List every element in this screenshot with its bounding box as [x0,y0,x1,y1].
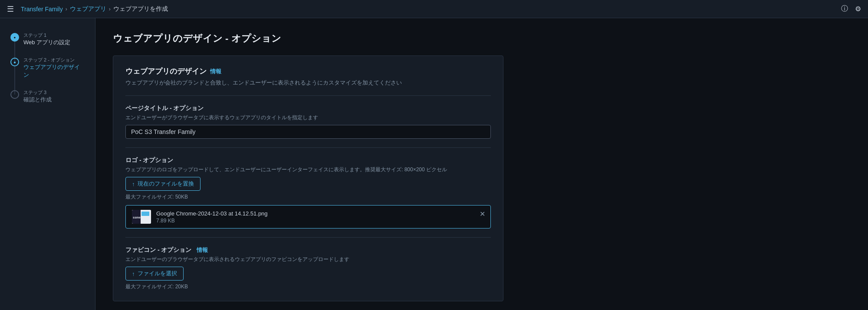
divider-3 [125,237,491,238]
section-title: ウェブアプリのデザイン 情報 [125,66,491,76]
top-nav: ☰ Transfer Family › ウェブアプリ › ウェブアプリを作成 ⓘ… [0,0,868,18]
logo-field-label: ロゴ - オプション [125,157,491,164]
file-info: Google Chrome-2024-12-03 at 14.12.51.png… [156,210,268,224]
step-1-text: ステップ 1 Web アプリの設定 [23,32,70,46]
svg-rect-3 [141,212,149,216]
breadcrumb-sep-1: › [66,6,67,12]
select-file-button[interactable]: ↑ ファイルを選択 [125,267,184,281]
step-3-circle [10,90,19,99]
step-1: ステップ 1 Web アプリの設定 [10,32,85,46]
step-2: ステップ 2 - オプション ウェブアプリのデザイン [10,57,85,79]
top-nav-icons: ⓘ ⚙ [841,4,861,13]
divider-2 [125,147,491,148]
step-2-number: ステップ 2 - オプション [23,57,85,63]
settings-icon[interactable]: ⚙ [855,5,861,13]
step-2-text: ステップ 2 - オプション ウェブアプリのデザイン [23,57,85,79]
step-1-label: Web アプリの設定 [23,39,70,46]
favicon-max-size: 最大ファイルサイズ: 20KB [125,283,491,290]
step-2-circle [10,58,19,66]
breadcrumb-current: ウェブアプリを作成 [113,5,168,13]
main-layout: ステップ 1 Web アプリの設定 ステップ 2 - オプション ウェブアプリの… [0,18,868,310]
section-info-link[interactable]: 情報 [210,68,221,75]
svg-text:ssmet: ssmet [133,216,142,219]
replace-file-label: 現在のファイルを置換 [138,180,194,188]
step-3-label: 確認と作成 [23,96,52,104]
favicon-info-link[interactable]: 情報 [197,247,208,253]
stepper: ステップ 1 Web アプリの設定 ステップ 2 - オプション ウェブアプリの… [0,18,95,310]
breadcrumb: Transfer Family › ウェブアプリ › ウェブアプリを作成 [21,5,168,13]
hamburger-icon[interactable]: ☰ [7,4,14,14]
file-size: 7.89 KB [156,218,268,224]
step-3-text: ステップ 3 確認と作成 [23,89,52,104]
file-name: Google Chrome-2024-12-03 at 14.12.51.png [156,210,268,217]
divider-1 [125,95,491,96]
step-1-number: ステップ 1 [23,32,70,39]
page-title-field-label: ページタイトル - オプション [125,104,491,112]
upload-icon: ↑ [132,181,135,187]
page-title-field-desc: エンドユーザーがブラウザータブに表示するウェブアプリのタイトルを指定します [125,114,491,121]
logo-max-size: 最大ファイルサイズ: 50KB [125,193,491,201]
breadcrumb-web-app[interactable]: ウェブアプリ [70,5,106,13]
select-file-label: ファイルを選択 [138,270,177,277]
section-desc: ウェブアプリが会社のブランドと合致し、エンドユーザーに表示されるようにカスタマイ… [125,79,491,87]
content-area: ウェブアプリのデザイン - オプション ウェブアプリのデザイン 情報 ウェブアプ… [95,18,868,310]
breadcrumb-sep-2: › [109,6,111,12]
design-card: ウェブアプリのデザイン 情報 ウェブアプリが会社のブランドと合致し、エンドユーザ… [113,55,503,301]
page-title: ウェブアプリのデザイン - オプション [113,32,851,45]
step-3: ステップ 3 確認と作成 [10,89,85,104]
logo-file-card: ssmet Google Chrome-2024-12-03 at 14.12.… [125,205,491,228]
favicon-field-label: ファビコン - オプション 情報 [125,246,491,254]
file-close-button[interactable]: ✕ [480,210,485,218]
info-icon[interactable]: ⓘ [841,4,848,13]
favicon-field-desc: エンドユーザーのブラウザータブに表示されるウェブアプリのファビコンをアップロード… [125,256,491,263]
page-title-input[interactable] [125,125,491,139]
step-1-circle [10,33,19,42]
logo-field-desc: ウェブアプリのロゴをアップロードして、エンドユーザーにユーザーインターフェイスに… [125,166,491,173]
step-3-number: ステップ 3 [23,89,52,96]
file-thumbnail: ssmet [132,210,151,224]
replace-file-button[interactable]: ↑ 現在のファイルを置換 [125,177,201,191]
step-2-label: ウェブアプリのデザイン [23,63,85,79]
breadcrumb-transfer-family[interactable]: Transfer Family [21,6,63,13]
favicon-upload-icon: ↑ [132,271,135,277]
section-title-text: ウェブアプリのデザイン [125,66,207,76]
favicon-label-text: ファビコン - オプション [125,246,191,253]
